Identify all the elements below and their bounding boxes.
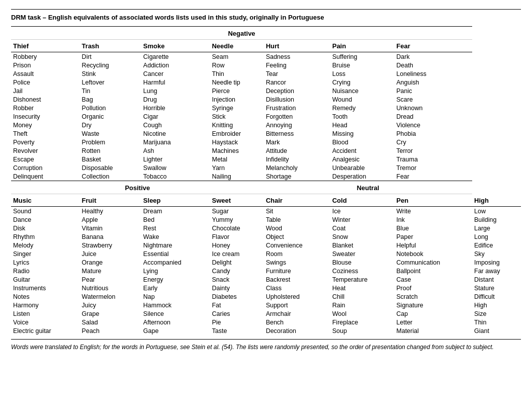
list-item: Singer (11, 249, 80, 258)
table-row: RhythmBananaWakeFlavorObjectSnowPaperLon… (11, 232, 521, 241)
list-item: Candy (210, 267, 263, 275)
list-item: Distant (472, 275, 521, 284)
list-item: Missing (330, 129, 395, 138)
list-item: Grape (80, 309, 141, 318)
list-item: Swallow (141, 163, 210, 172)
list-item: Signature (394, 301, 472, 309)
list-item: Frustration (264, 104, 330, 112)
table-row: PovertyProblemMarijuanaHaystackMarkBlood… (11, 138, 521, 146)
list-item: Poverty (11, 138, 80, 146)
list-item: Cancer (141, 69, 210, 78)
list-item: Dream (141, 207, 210, 216)
list-item: Strawberry (80, 241, 141, 249)
table-row: InsecurityOrganicCigarStickForgottenToot… (11, 112, 521, 121)
list-item: Nailing (210, 172, 263, 181)
list-item: Delinquent (11, 172, 80, 181)
list-item: Edifice (472, 241, 521, 249)
list-item: Knitting (210, 121, 263, 129)
list-item: Lyrics (11, 258, 80, 267)
list-item: Forgotten (264, 112, 330, 121)
list-item: Healthy (80, 207, 141, 216)
table-row: DishonestBagDrugInjectionDisillusionWoun… (11, 95, 521, 104)
list-item: Thin (210, 69, 263, 78)
col-header-thief: Thief (11, 40, 80, 52)
list-item: Tin (80, 87, 141, 95)
list-item: Chocolate (210, 224, 263, 232)
list-item: Sit (264, 207, 330, 216)
list-item: Dance (11, 215, 80, 224)
list-item: Panic (394, 87, 472, 95)
list-item: Terror (394, 146, 472, 155)
table-row: GuitarPearEnergySnackBackrestTemperature… (11, 275, 521, 284)
col-header-chair: Chair (264, 194, 330, 207)
list-item: Banana (80, 232, 141, 241)
table-row: RobberyDirtCigaretteSeamSadnessSuffering… (11, 52, 521, 61)
table-row: InstrumentsNutritiousEarlyDaintyClassHea… (11, 284, 521, 292)
col-header-fruit: Fruit (80, 194, 141, 207)
col-header-hurt: Hurt (264, 40, 330, 52)
list-item: Far away (472, 267, 521, 275)
list-item: Instruments (11, 284, 80, 292)
list-item: Horrible (141, 104, 210, 112)
list-item: Salad (80, 318, 141, 326)
col-header-trash: Trash (80, 40, 141, 52)
list-item: Dry (80, 121, 141, 129)
list-item: Listen (11, 309, 80, 318)
list-item: Machines (210, 146, 263, 155)
list-item: Wound (330, 95, 395, 104)
list-item: Cough (141, 121, 210, 129)
list-item: Nicotine (141, 129, 210, 138)
table-row: RevolverRottenAshMachinesAttitudeAcciden… (11, 146, 521, 155)
list-item: Row (210, 61, 263, 69)
list-item: Snack (210, 275, 263, 284)
list-item: Sweater (330, 249, 395, 258)
table-row: DanceAppleBedYummyTableWinterInkBuilding (11, 215, 521, 224)
list-item: Unknown (394, 104, 472, 112)
table-row: CorruptionDisposableSwallowYarnMelanchol… (11, 163, 521, 172)
list-item: Melancholy (264, 163, 330, 172)
list-item: Dainty (210, 284, 263, 292)
col-header-high: High (472, 194, 521, 207)
pos-neutral-section-header-row: Positive Neutral (11, 181, 521, 194)
list-item: Stink (80, 69, 141, 78)
table-row: MoneyDryCoughKnittingAnnoyingHeadViolenc… (11, 121, 521, 129)
col-header-sweet: Sweet (210, 194, 263, 207)
list-item: Violence (394, 121, 472, 129)
list-item: Coziness (330, 267, 395, 275)
list-item: Unbearable (330, 163, 395, 172)
table-row: DiskVitaminRestChocolateWoodCoatBlueLarg… (11, 224, 521, 232)
list-item: Blue (394, 224, 472, 232)
list-item: Swings (264, 258, 330, 267)
table-row: HarmonyJuicyHammockFatSupportRainSignatu… (11, 301, 521, 309)
col-header-pen: Pen (394, 194, 472, 207)
list-item: Suffering (330, 52, 395, 61)
list-item: Room (264, 249, 330, 258)
list-item: Seam (210, 52, 263, 61)
list-item: Difficult (472, 292, 521, 301)
list-item: Rest (141, 224, 210, 232)
list-item: Rotten (80, 146, 141, 155)
list-item: Energy (141, 275, 210, 284)
list-item: Embroider (210, 129, 263, 138)
table-row: RadioMatureLyingCandyFurnitureCozinessBa… (11, 267, 521, 275)
list-item: Notes (11, 292, 80, 301)
list-item: Class (264, 284, 330, 292)
list-item: Diabetes (210, 292, 263, 301)
table-row: EscapeBasketLighterMetalInfidelityAnalge… (11, 155, 521, 163)
list-item: Long (472, 232, 521, 241)
list-item: Metal (210, 155, 263, 163)
list-item: Honey (210, 241, 263, 249)
list-item: Phobia (394, 129, 472, 138)
list-item: Essential (141, 249, 210, 258)
list-item: Tremor (394, 163, 472, 172)
table-row: NotesWatermelonNapDiabetesUpholsteredChi… (11, 292, 521, 301)
list-item: Marijuana (141, 138, 210, 146)
list-item: Leftover (80, 78, 141, 87)
list-item: Anguish (394, 78, 472, 87)
list-item: Rain (330, 301, 395, 309)
col-header-music: Music (11, 194, 80, 207)
list-item: Nap (141, 292, 210, 301)
col-header-cold: Cold (330, 194, 395, 207)
list-item: Pear (80, 275, 141, 284)
list-item: Write (394, 207, 472, 216)
